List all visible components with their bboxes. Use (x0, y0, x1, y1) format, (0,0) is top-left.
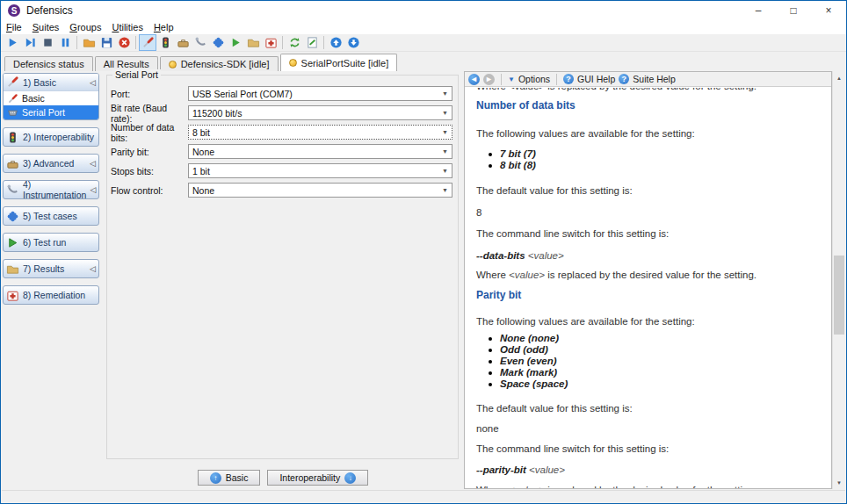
button-label: Interoperability (279, 472, 340, 483)
test-cases-icon[interactable] (209, 34, 227, 51)
collapse-arrow-icon[interactable]: ◁ (90, 159, 96, 168)
basic-settings-icon[interactable] (139, 34, 156, 51)
navigation-sidebar: 1) Basic ◁ Basic Serial Port 2) Interope… (3, 73, 99, 489)
chevron-down-icon: ▼ (442, 168, 448, 174)
test-run-icon[interactable] (227, 34, 244, 51)
load-settings-icon[interactable] (80, 34, 98, 51)
resume-icon[interactable] (21, 34, 39, 51)
tab-label: All Results (104, 59, 149, 69)
sidebar-item-basic-group[interactable]: 1) Basic ◁ (4, 74, 98, 91)
sidebar-item-results[interactable]: 7) Results ◁ (4, 260, 98, 277)
help-text: The command line switch for this setting… (476, 227, 826, 240)
collapse-arrow-icon[interactable]: ◁ (90, 185, 96, 194)
data-bits-select[interactable]: 8 bit▼ (188, 125, 452, 140)
field-label-bit-rate: Bit rate (Baud rate): (111, 103, 188, 124)
tab-defensics-sdk[interactable]: Defensics-SDK [idle] (160, 56, 279, 71)
close-button[interactable]: × (811, 1, 846, 20)
collapse-arrow-icon[interactable]: ◁ (90, 78, 96, 87)
selected-value: USB Serial Port (COM7) (192, 89, 293, 99)
list-item: Mark (mark) (500, 367, 826, 378)
stops-bits-select[interactable]: 1 bit▼ (188, 163, 452, 178)
defensics-window: S Defensics – □ × File Suites Groups Uti… (0, 0, 847, 504)
back-icon[interactable]: ◄ (468, 74, 480, 85)
move-down-icon[interactable] (344, 34, 362, 51)
menu-utilities[interactable]: Utilities (106, 21, 148, 33)
basic-nav-button[interactable]: ↑ Basic (198, 470, 261, 486)
save-settings-icon[interactable] (98, 34, 115, 51)
instrumentation-icon (6, 184, 19, 197)
maximize-button[interactable]: □ (776, 1, 811, 20)
menu-file[interactable]: File (1, 21, 27, 33)
sidebar-item-basic[interactable]: Basic (4, 91, 98, 105)
parity-bit-select[interactable]: None▼ (188, 144, 452, 159)
stop-icon[interactable] (39, 34, 56, 51)
tab-bar: Defensics status All Results Defensics-S… (1, 52, 846, 71)
menu-help[interactable]: Help (148, 21, 179, 33)
gui-help-button[interactable]: GUI Help (577, 74, 615, 84)
sidebar-item-label: Serial Port (22, 107, 65, 118)
results-icon[interactable] (244, 34, 262, 51)
advanced-icon[interactable] (174, 34, 192, 51)
sidebar-group: 7) Results ◁ (3, 259, 99, 278)
tab-label: SerialPortSuite [idle] (301, 58, 389, 68)
help-heading-parity-bit: Parity bit (476, 289, 826, 301)
interoperability-icon[interactable] (156, 34, 174, 51)
sidebar-item-label: 3) Advanced (23, 158, 74, 169)
help-scrollbar[interactable]: ▲ ▼ (832, 71, 845, 489)
sidebar-item-test-cases[interactable]: 5) Test cases (4, 207, 98, 225)
sidebar-item-test-run[interactable]: 6) Test run (4, 234, 98, 251)
sidebar-item-serial-port[interactable]: Serial Port (4, 105, 98, 119)
sidebar-item-label: 8) Remediation (23, 290, 85, 300)
toolbar-separator (323, 36, 324, 49)
run-icon[interactable] (4, 34, 21, 51)
toolbar-separator (556, 74, 557, 85)
sidebar-item-remediation[interactable]: 8) Remediation (4, 286, 98, 304)
switch-arg: <value> (528, 250, 564, 261)
port-select[interactable]: USB Serial Port (COM7)▼ (188, 86, 452, 101)
move-up-icon[interactable] (327, 34, 344, 51)
remediation-icon[interactable] (262, 34, 279, 51)
sidebar-item-interoperability[interactable]: 2) Interoperability (4, 128, 98, 146)
report-icon[interactable] (303, 34, 321, 51)
switch-arg: <value> (529, 464, 565, 475)
suite-help-button[interactable]: Suite Help (633, 74, 675, 84)
scroll-down-icon[interactable]: ▼ (833, 476, 845, 489)
tab-defensics-status[interactable]: Defensics status (4, 56, 93, 71)
flow-control-select[interactable]: None▼ (188, 183, 452, 198)
compare-settings-icon[interactable] (286, 34, 303, 51)
app-logo-icon: S (8, 4, 20, 17)
bit-rate-select[interactable]: 115200 bit/s▼ (188, 105, 452, 120)
where-line: Where <value> is replaced by the desired… (476, 484, 826, 488)
tab-serialportsuite[interactable]: SerialPortSuite [idle] (280, 54, 398, 71)
menu-suites[interactable]: Suites (27, 21, 65, 33)
instrumentation-icon[interactable] (192, 34, 209, 51)
advanced-icon (6, 157, 19, 170)
where-line: Where <value> is replaced by the desired… (476, 269, 826, 281)
sidebar-group: 4) Instrumentation ◁ (3, 180, 99, 199)
collapse-arrow-icon[interactable]: ◁ (90, 264, 96, 273)
list-item: None (none) (500, 333, 826, 344)
serial-port-icon (7, 107, 18, 119)
sidebar-item-label: 4) Instrumentation (23, 180, 86, 199)
menu-groups[interactable]: Groups (64, 21, 106, 33)
scrollbar-thumb[interactable] (834, 256, 844, 335)
minimize-button[interactable]: – (741, 1, 776, 20)
interoperability-icon (6, 131, 19, 144)
test-cases-icon (6, 210, 19, 223)
abort-icon[interactable] (115, 34, 133, 51)
sidebar-item-advanced[interactable]: 3) Advanced ◁ (4, 155, 98, 172)
switch-name: --parity-bit (476, 464, 526, 475)
sidebar-group: 8) Remediation (3, 285, 99, 305)
interoperability-nav-button[interactable]: Interoperability ↓ (267, 470, 368, 486)
toolbar-separator (282, 36, 283, 49)
scroll-up-icon[interactable]: ▲ (833, 71, 845, 84)
pause-icon[interactable] (56, 34, 74, 51)
forward-icon[interactable]: ► (483, 74, 495, 85)
sidebar-item-instrumentation[interactable]: 4) Instrumentation ◁ (4, 181, 98, 198)
options-button[interactable]: Options (518, 74, 550, 84)
default-value: none (476, 422, 826, 435)
list-item: Odd (odd) (500, 344, 826, 356)
basic-settings-icon (7, 93, 18, 104)
settings-panel: Serial Port Port: USB Serial Port (COM7)… (105, 71, 461, 489)
help-toolbar: ◄ ► ▼ Options ? GUI Help ? Suite Help (465, 72, 831, 87)
